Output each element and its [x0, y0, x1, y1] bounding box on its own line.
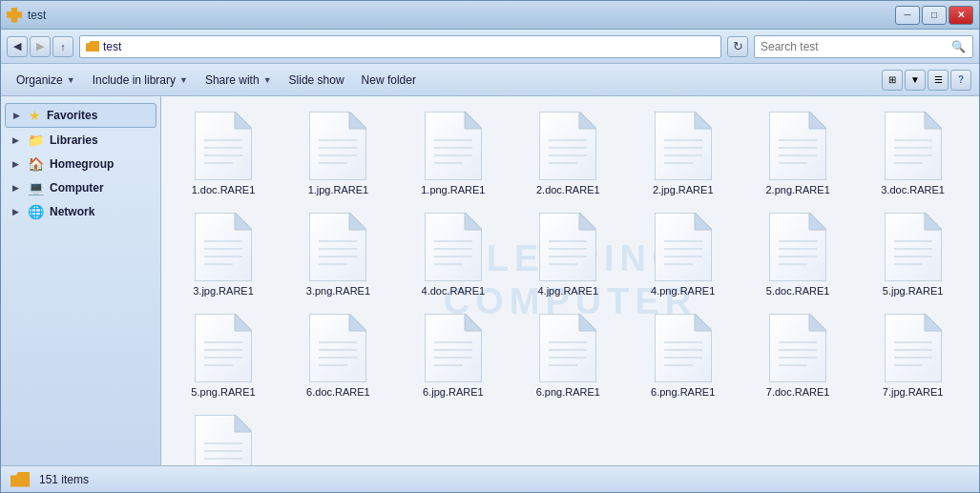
window-title: test: [28, 9, 895, 22]
homegroup-expand-icon: ▶: [12, 159, 22, 169]
svg-marker-97: [465, 314, 482, 331]
help-button[interactable]: ?: [950, 70, 971, 91]
file-item[interactable]: 3.png.RARE1: [285, 207, 390, 302]
sidebar: ▶ ★ Favorites ▶ 📁 Libraries ▶ 🏠 Homegrou…: [1, 96, 161, 465]
file-icon: [769, 314, 826, 382]
file-icon: [885, 112, 942, 180]
file-label: 6.png.RARE1: [536, 386, 600, 398]
explorer-window: test ─ □ ✕ ◀ ▶ ↑ test ↻ 🔍 Organize ▼ Inc: [0, 0, 980, 493]
file-item[interactable]: 1.jpg.RARE1: [285, 106, 390, 201]
maximize-button[interactable]: □: [922, 6, 947, 25]
forward-button[interactable]: ▶: [30, 36, 51, 57]
file-item[interactable]: 4.png.RARE1: [631, 207, 736, 302]
view-buttons: ⊞ ▼ ☰ ?: [882, 70, 971, 91]
search-input[interactable]: [761, 40, 946, 53]
toolbar: Organize ▼ Include in library ▼ Share wi…: [1, 64, 979, 96]
svg-marker-43: [235, 213, 252, 230]
file-label: 6.png.RARE1: [651, 386, 715, 398]
organize-button[interactable]: Organize ▼: [9, 68, 83, 92]
svg-marker-91: [349, 314, 366, 331]
file-item[interactable]: 2.doc.RARE1: [515, 106, 620, 201]
svg-marker-61: [579, 213, 596, 230]
include-in-library-button[interactable]: Include in library ▼: [85, 68, 196, 92]
sidebar-item-libraries[interactable]: ▶ 📁 Libraries: [5, 129, 156, 152]
status-bar: 151 items: [1, 465, 979, 492]
file-label: 4.jpg.RARE1: [537, 285, 598, 297]
file-icon: [885, 213, 942, 281]
file-label: 7.doc.RARE1: [766, 386, 830, 398]
sidebar-item-computer[interactable]: ▶ 💻 Computer: [5, 176, 156, 199]
file-icon: [539, 213, 596, 281]
svg-marker-126: [195, 415, 252, 465]
file-area[interactable]: BLEEPINGCOMPUTER: [161, 96, 979, 465]
sidebar-item-homegroup-label: Homegroup: [50, 157, 114, 171]
sidebar-item-homegroup[interactable]: ▶ 🏠 Homegroup: [5, 153, 156, 175]
breadcrumb[interactable]: test: [79, 35, 721, 58]
search-icon[interactable]: 🔍: [949, 38, 967, 55]
favorites-icon: ★: [29, 108, 41, 123]
file-icon: [885, 314, 942, 382]
file-item[interactable]: 7.png.RARE1: [171, 409, 276, 465]
svg-marker-31: [809, 112, 826, 129]
file-item[interactable]: 6.jpg.RARE1: [401, 308, 506, 403]
file-item[interactable]: 6.doc.RARE1: [285, 308, 390, 403]
file-icon: [425, 213, 482, 281]
share-with-button[interactable]: Share with ▼: [198, 68, 280, 92]
view-arrow-button[interactable]: ▼: [905, 70, 926, 91]
libraries-icon: 📁: [28, 133, 44, 148]
file-item[interactable]: 4.jpg.RARE1: [515, 207, 620, 302]
file-item[interactable]: 6.png.RARE1: [515, 308, 620, 403]
file-item[interactable]: 2.jpg.RARE1: [631, 106, 736, 201]
sidebar-item-network[interactable]: ▶ 🌐 Network: [5, 200, 156, 223]
layout-button[interactable]: ☰: [928, 70, 949, 91]
title-bar: test ─ □ ✕: [1, 1, 979, 30]
file-label: 2.jpg.RARE1: [653, 184, 714, 195]
svg-marker-73: [809, 213, 826, 230]
close-button[interactable]: ✕: [949, 6, 973, 25]
sidebar-item-computer-label: Computer: [50, 181, 104, 195]
sidebar-item-favorites[interactable]: ▶ ★ Favorites: [5, 103, 156, 128]
svg-marker-103: [579, 314, 596, 331]
file-icon: [769, 112, 826, 180]
status-folder-icon: [10, 472, 30, 487]
file-item[interactable]: 1.png.RARE1: [401, 106, 506, 201]
file-icon: [655, 314, 712, 382]
file-item[interactable]: 3.doc.RARE1: [861, 106, 966, 201]
file-item[interactable]: 5.jpg.RARE1: [861, 207, 966, 302]
up-button[interactable]: ↑: [52, 36, 73, 57]
file-icon: [309, 112, 366, 180]
main-content: ▶ ★ Favorites ▶ 📁 Libraries ▶ 🏠 Homegrou…: [1, 96, 979, 465]
file-label: 3.png.RARE1: [306, 285, 370, 297]
file-icon: [425, 112, 482, 180]
file-icon: [655, 213, 712, 281]
file-item[interactable]: 4.doc.RARE1: [401, 207, 506, 302]
refresh-button[interactable]: ↻: [727, 36, 748, 57]
file-item[interactable]: 7.jpg.RARE1: [861, 308, 966, 403]
search-box[interactable]: 🔍: [754, 35, 973, 58]
minimize-button[interactable]: ─: [895, 6, 920, 25]
file-icon: [539, 314, 596, 382]
back-button[interactable]: ◀: [7, 36, 28, 57]
svg-marker-121: [925, 314, 942, 331]
file-icon: [195, 213, 252, 281]
file-item[interactable]: 5.doc.RARE1: [745, 207, 850, 302]
file-item[interactable]: 6.png.RARE1: [631, 308, 736, 403]
file-item[interactable]: 3.jpg.RARE1: [171, 207, 276, 302]
new-folder-button[interactable]: New folder: [354, 68, 424, 92]
file-icon: [195, 112, 252, 180]
file-icon: [655, 112, 712, 180]
file-item[interactable]: 1.doc.RARE1: [171, 106, 276, 201]
file-icon: [195, 314, 252, 382]
file-icon: [425, 314, 482, 382]
file-label: 2.doc.RARE1: [536, 184, 600, 195]
file-item[interactable]: 5.png.RARE1: [171, 308, 276, 403]
file-item[interactable]: 7.doc.RARE1: [745, 308, 850, 403]
view-toggle-button[interactable]: ⊞: [882, 70, 903, 91]
file-label: 3.jpg.RARE1: [193, 285, 254, 297]
svg-marker-7: [349, 112, 366, 129]
file-item[interactable]: 2.png.RARE1: [745, 106, 850, 201]
file-icon: [769, 213, 826, 281]
slide-show-button[interactable]: Slide show: [281, 68, 352, 92]
svg-marker-127: [235, 415, 252, 432]
breadcrumb-folder-icon: [86, 41, 99, 51]
